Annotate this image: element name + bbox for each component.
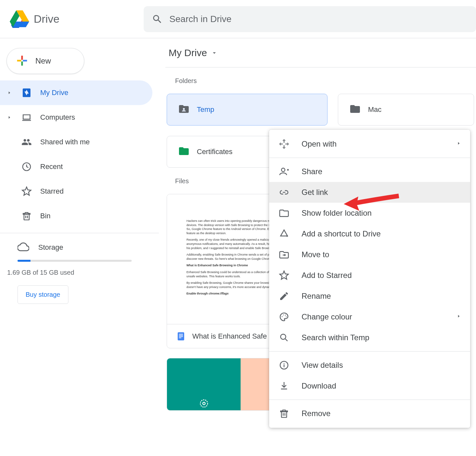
menu-item-open-with[interactable]: Open with bbox=[269, 134, 470, 154]
menu-item-view-details[interactable]: View details bbox=[269, 355, 470, 376]
buy-storage-button[interactable]: Buy storage bbox=[18, 285, 68, 304]
breadcrumb-label: My Drive bbox=[169, 47, 207, 58]
trash-icon bbox=[21, 211, 32, 221]
drive-triangle-icon bbox=[10, 9, 29, 29]
menu-item-download[interactable]: Download bbox=[269, 376, 470, 396]
sidebar-item-bin[interactable]: Bin bbox=[0, 204, 152, 228]
menu-label: Download bbox=[302, 381, 461, 390]
app-header: Drive bbox=[0, 0, 476, 38]
folder-icon bbox=[349, 103, 361, 116]
menu-label: Add a shortcut to Drive bbox=[302, 229, 461, 238]
svg-rect-14 bbox=[179, 336, 183, 337]
recent-icon bbox=[21, 162, 32, 172]
shared-icon bbox=[21, 137, 32, 147]
svg-point-22 bbox=[286, 317, 287, 318]
folder-move-icon bbox=[278, 249, 290, 260]
pencil-icon bbox=[278, 291, 290, 301]
chevron-right-icon bbox=[6, 115, 13, 120]
docs-icon bbox=[176, 331, 186, 341]
svg-rect-15 bbox=[179, 337, 182, 338]
menu-item-search-within[interactable]: Search within Temp bbox=[269, 327, 470, 348]
svg-point-17 bbox=[203, 402, 205, 405]
drive-logo[interactable]: Drive bbox=[10, 9, 59, 29]
sidebar-item-label: Starred bbox=[40, 187, 64, 196]
menu-label: View details bbox=[302, 361, 461, 370]
menu-item-add-starred[interactable]: Add to Starred bbox=[269, 265, 470, 286]
drive-shortcut-icon bbox=[278, 229, 290, 239]
trash-icon bbox=[278, 408, 290, 419]
folder-label: Certificates bbox=[197, 148, 232, 156]
menu-label: Change colour bbox=[302, 312, 445, 321]
menu-item-remove[interactable]: Remove bbox=[269, 403, 470, 424]
gear-icon bbox=[199, 399, 209, 408]
sidebar-item-starred[interactable]: Starred bbox=[0, 179, 152, 204]
svg-point-16 bbox=[200, 400, 208, 407]
computers-icon bbox=[21, 112, 32, 123]
menu-item-share[interactable]: Share bbox=[269, 161, 470, 182]
menu-item-add-shortcut[interactable]: Add a shortcut to Drive bbox=[269, 223, 470, 244]
chevron-right-icon bbox=[457, 314, 461, 320]
svg-rect-12 bbox=[179, 334, 183, 334]
svg-point-19 bbox=[282, 316, 283, 317]
new-button-label: New bbox=[35, 56, 51, 66]
open-with-icon bbox=[278, 139, 290, 149]
sidebar-item-shared[interactable]: Shared with me bbox=[0, 130, 152, 154]
search-icon bbox=[152, 14, 163, 25]
sidebar-item-label: Recent bbox=[40, 162, 63, 171]
download-icon bbox=[278, 381, 290, 391]
folder-card-mac[interactable]: Mac bbox=[338, 94, 474, 126]
chevron-down-icon bbox=[211, 49, 218, 56]
menu-label: Share bbox=[302, 167, 461, 176]
menu-label: Move to bbox=[302, 250, 461, 259]
svg-point-18 bbox=[281, 168, 285, 172]
link-icon bbox=[278, 187, 290, 198]
storage-label: Storage bbox=[38, 243, 63, 252]
context-menu: Open with Share Get link Show folder loc… bbox=[269, 130, 470, 428]
folder-outline-icon bbox=[278, 208, 290, 218]
menu-label: Remove bbox=[302, 409, 461, 418]
sidebar-item-label: My Drive bbox=[40, 89, 68, 97]
sidebar-item-recent[interactable]: Recent bbox=[0, 154, 152, 179]
app-title: Drive bbox=[34, 13, 59, 25]
folder-shared-icon bbox=[178, 103, 190, 116]
search-bar[interactable] bbox=[144, 6, 476, 32]
info-icon bbox=[278, 360, 290, 370]
svg-point-20 bbox=[283, 315, 284, 316]
chevron-right-icon bbox=[6, 90, 13, 95]
star-icon bbox=[278, 270, 290, 281]
menu-item-rename[interactable]: Rename bbox=[269, 286, 470, 306]
search-icon bbox=[278, 332, 290, 343]
star-icon bbox=[21, 186, 32, 197]
menu-label: Rename bbox=[302, 292, 461, 301]
folder-icon bbox=[178, 145, 190, 158]
menu-label: Search within Temp bbox=[302, 333, 461, 342]
menu-label: Add to Starred bbox=[302, 271, 461, 280]
menu-item-change-colour[interactable]: Change colour bbox=[269, 306, 470, 327]
annotation-arrow bbox=[344, 193, 402, 215]
sidebar-item-storage[interactable]: Storage bbox=[0, 238, 159, 257]
palette-icon bbox=[278, 312, 290, 322]
svg-rect-13 bbox=[179, 335, 183, 336]
my-drive-icon bbox=[21, 88, 32, 98]
folders-section-title: Folders bbox=[175, 77, 476, 85]
svg-point-10 bbox=[183, 108, 185, 110]
folder-card-temp[interactable]: Temp bbox=[167, 94, 327, 126]
menu-item-move-to[interactable]: Move to bbox=[269, 244, 470, 265]
sidebar-item-computers[interactable]: Computers bbox=[0, 105, 152, 130]
sidebar-item-label: Computers bbox=[40, 113, 75, 122]
svg-point-21 bbox=[285, 315, 286, 316]
plus-icon bbox=[15, 53, 30, 69]
svg-point-23 bbox=[280, 334, 286, 339]
folder-label: Mac bbox=[368, 105, 382, 114]
sidebar-item-label: Shared with me bbox=[40, 138, 90, 146]
menu-label: Open with bbox=[302, 139, 445, 149]
new-button[interactable]: New bbox=[6, 48, 84, 74]
sidebar-item-my-drive[interactable]: My Drive bbox=[0, 80, 152, 105]
search-input[interactable] bbox=[169, 14, 468, 24]
person-add-icon bbox=[278, 166, 290, 177]
breadcrumb[interactable]: My Drive bbox=[165, 38, 476, 67]
cloud-icon bbox=[18, 241, 29, 254]
storage-used-text: 1.69 GB of 15 GB used bbox=[7, 269, 159, 276]
storage-progress bbox=[18, 260, 132, 262]
chevron-right-icon bbox=[457, 141, 461, 147]
